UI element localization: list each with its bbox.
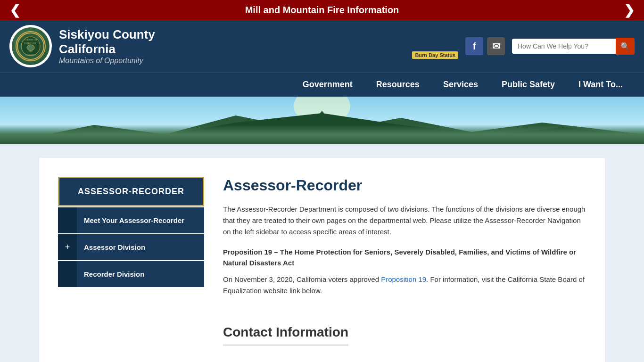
contact-section: Contact Information — [223, 315, 586, 346]
sidebar-item-icon-recorder — [58, 261, 77, 287]
alert-text: Mill and Mountain Fire Information — [245, 5, 399, 16]
social-icons: f ✉ — [465, 37, 505, 55]
site-name: Siskiyou County California — [59, 27, 155, 57]
svg-point-6 — [27, 45, 34, 50]
svg-point-1 — [21, 37, 40, 56]
article: Assessor-Recorder The Assessor-Recorder … — [223, 177, 586, 346]
sidebar-item-meet-assessor[interactable]: Meet Your Assessor-Recorder — [58, 207, 204, 233]
sidebar-item-label-assessor: Assessor Division — [77, 234, 152, 260]
sidebar-item-icon-meet — [58, 207, 77, 233]
site-title-block: Siskiyou County California Mountains of … — [59, 27, 155, 65]
article-title: Assessor-Recorder — [223, 177, 586, 194]
sidebar-title: ASSESSOR-RECORDER — [58, 177, 204, 206]
sidebar-item-label-meet: Meet Your Assessor-Recorder — [77, 207, 191, 233]
nav-item-services[interactable]: Services — [431, 73, 490, 97]
seal-inner: COUNTY OF SISKIYOU 1852 CALIFORNIA — [12, 27, 50, 65]
search-input[interactable] — [512, 39, 616, 54]
alert-banner: ❮ Mill and Mountain Fire Information ❯ — [0, 0, 644, 20]
prop-body: On November 3, 2020, California voters a… — [223, 274, 586, 296]
main-content: ASSESSOR-RECORDER Meet Your Assessor-Rec… — [0, 144, 644, 362]
search-button[interactable]: 🔍 — [616, 38, 635, 55]
hero-image — [0, 97, 644, 144]
sidebar-item-label-recorder: Recorder Division — [77, 261, 151, 287]
sidebar: ASSESSOR-RECORDER Meet Your Assessor-Rec… — [58, 177, 204, 346]
proposition-19-link[interactable]: Proposition 19 — [381, 275, 426, 283]
alert-prev-arrow[interactable]: ❮ — [9, 2, 20, 18]
svg-text:1852: 1852 — [29, 50, 33, 52]
sidebar-item-icon-assessor: + — [58, 234, 77, 260]
nav-item-i-want-to[interactable]: I Want To... — [567, 73, 635, 97]
svg-text:CALIFORNIA: CALIFORNIA — [25, 54, 36, 56]
svg-point-0 — [17, 33, 44, 59]
sidebar-item-recorder-division[interactable]: Recorder Division — [58, 261, 204, 287]
nav-item-public-safety[interactable]: Public Safety — [490, 73, 567, 97]
burn-day-widget[interactable]: Burn Day Status — [412, 34, 458, 59]
search-area: 🔍 — [512, 38, 635, 55]
svg-line-7 — [435, 49, 442, 50]
site-header: COUNTY OF SISKIYOU 1852 CALIFORNIA Siski… — [0, 20, 644, 72]
contact-heading: Contact Information — [223, 325, 348, 346]
alert-next-arrow[interactable]: ❯ — [624, 2, 635, 18]
main-nav: Government Resources Services Public Saf… — [0, 72, 644, 97]
header-right: Burn Day Status f ✉ 🔍 — [412, 34, 635, 59]
email-icon[interactable]: ✉ — [487, 37, 505, 55]
logo-area: COUNTY OF SISKIYOU 1852 CALIFORNIA Siski… — [9, 25, 155, 67]
search-icon: 🔍 — [620, 42, 630, 51]
nav-item-government[interactable]: Government — [291, 73, 364, 97]
article-intro: The Assessor-Recorder Department is comp… — [223, 204, 586, 238]
burn-day-gauge — [419, 34, 452, 50]
svg-text:SISKIYOU: SISKIYOU — [24, 42, 38, 45]
site-tagline: Mountains of Opportunity — [59, 57, 155, 65]
svg-text:COUNTY OF: COUNTY OF — [24, 39, 38, 41]
prop-body-1: On November 3, 2020, California voters a… — [223, 275, 381, 283]
facebook-icon[interactable]: f — [465, 37, 483, 55]
county-seal: COUNTY OF SISKIYOU 1852 CALIFORNIA — [9, 25, 52, 67]
content-card: ASSESSOR-RECORDER Meet Your Assessor-Rec… — [39, 158, 605, 362]
sidebar-item-assessor-division[interactable]: + Assessor Division — [58, 234, 204, 260]
sidebar-menu: Meet Your Assessor-Recorder + Assessor D… — [58, 207, 204, 287]
prop-title: Proposition 19 – The Home Protection for… — [223, 247, 586, 268]
burn-day-label: Burn Day Status — [412, 51, 458, 59]
nav-item-resources[interactable]: Resources — [364, 73, 431, 97]
